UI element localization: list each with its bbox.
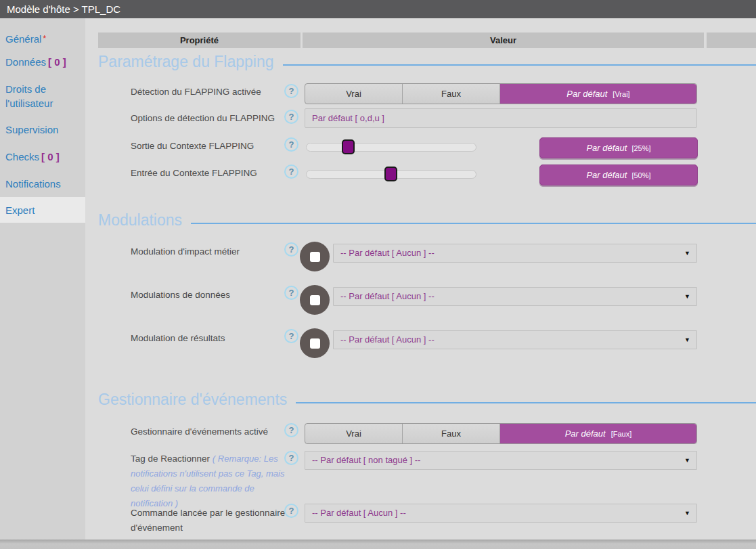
field-label-data-modulation: Modulations de données — [131, 288, 292, 303]
default-button-value: [Faux] — [611, 430, 632, 438]
event-handler-enabled-tristate: Vrai Faux Par défaut [Faux] — [305, 423, 697, 444]
sidebar-item-droits-utilisateur[interactable]: Droits de l'utilisateur — [5, 82, 85, 110]
sidebar-item-label: Notifications — [5, 178, 61, 190]
stop-square-icon — [310, 295, 320, 305]
default-button-value: [Vrai] — [613, 90, 629, 98]
help-icon[interactable]: ? — [284, 504, 298, 518]
help-icon[interactable]: ? — [284, 329, 298, 343]
results-modulation-select[interactable]: -- Par défaut [ Aucun ] -- ▼ — [333, 330, 697, 349]
default-button-value: [50%] — [631, 171, 650, 179]
field-label-impact-modulation: Modulation d'impact métier — [131, 244, 292, 259]
sidebar-item-label: Checks — [5, 151, 39, 162]
sidebar-item-checks[interactable]: Checks[ 0 ] — [5, 150, 85, 164]
field-label-flapping-exit: Sortie du Contexte FLAPPING — [131, 139, 292, 154]
column-header-property: Propriété — [98, 32, 301, 48]
breadcrumb: Modèle d'hôte > TPL_DC — [0, 0, 756, 18]
section-rule — [296, 402, 756, 403]
chevron-down-icon: ▼ — [684, 288, 690, 305]
flapping-detection-tristate: Vrai Faux Par défaut [Vrai] — [305, 83, 697, 104]
help-icon[interactable]: ? — [284, 242, 298, 257]
sidebar-item-supervision[interactable]: Supervision — [5, 123, 85, 137]
flapping-exit-slider[interactable] — [306, 143, 476, 152]
field-label-results-modulation: Modulation de résultats — [131, 331, 292, 346]
column-header-value: Valeur — [303, 32, 704, 48]
field-label-flapping-options: Options de détection du FLAPPING — [131, 111, 292, 126]
sidebar-item-general[interactable]: Général* — [5, 32, 85, 46]
help-icon[interactable]: ? — [284, 110, 298, 124]
sidebar: Général* Données[ 0 ] Droits de l'utilis… — [0, 18, 85, 540]
sidebar-item-label: Droits de l'utilisateur — [5, 83, 53, 109]
flapping-exit-default-button[interactable]: Par défaut [25%] — [539, 137, 698, 158]
sidebar-item-donnees[interactable]: Données[ 0 ] — [5, 55, 85, 69]
flapping-options-input[interactable] — [305, 108, 697, 128]
default-button-value: [25%] — [631, 144, 650, 152]
slider-handle[interactable] — [384, 167, 397, 181]
event-handler-command-select[interactable]: -- Par défaut [ Aucun ] -- ▼ — [305, 504, 697, 523]
chevron-down-icon: ▼ — [684, 331, 690, 349]
section-title-flapping: Paramétrage du Flapping — [98, 53, 756, 71]
flapping-detection-true-button[interactable]: Vrai — [305, 84, 403, 104]
slider-handle[interactable] — [342, 139, 355, 154]
help-icon[interactable]: ? — [284, 137, 298, 152]
section-title-modulations: Modulations — [98, 211, 756, 229]
event-handler-true-button[interactable]: Vrai — [305, 424, 403, 443]
data-modulation-clear-button[interactable] — [300, 285, 330, 315]
field-label-reactionner-tag: Tag de Reactionner ( Remarque: Les notif… — [131, 452, 292, 511]
sidebar-item-expert[interactable]: Expert — [5, 203, 85, 217]
flapping-entry-slider[interactable] — [306, 170, 476, 179]
count-badge: [ 0 ] — [41, 151, 60, 162]
required-asterisk: * — [43, 34, 46, 43]
field-label-text: Tag de Reactionner — [131, 454, 213, 464]
default-button-label: Par défaut — [566, 89, 607, 99]
section-title-text: Paramétrage du Flapping — [98, 53, 274, 71]
flapping-detection-false-button[interactable]: Faux — [403, 84, 500, 104]
field-label-flapping-detection: Détection du FLAPPING activée — [131, 85, 292, 100]
section-rule — [191, 223, 756, 224]
section-title-event-handler: Gestionnaire d'événements — [98, 391, 756, 409]
impact-modulation-select[interactable]: -- Par défaut [ Aucun ] -- ▼ — [333, 244, 697, 263]
stop-square-icon — [310, 338, 320, 349]
select-value: -- Par défaut [ Aucun ] -- — [340, 291, 435, 301]
select-value: -- Par défaut [ Aucun ] -- — [340, 248, 435, 258]
select-value: -- Par défaut [ Aucun ] -- — [312, 508, 406, 518]
results-modulation-clear-button[interactable] — [300, 328, 330, 358]
chevron-down-icon: ▼ — [684, 504, 690, 522]
help-icon[interactable]: ? — [284, 286, 298, 300]
select-value: -- Par défaut [ Aucun ] -- — [340, 334, 435, 345]
default-button-label: Par défaut — [565, 429, 606, 439]
sidebar-item-label: Données — [5, 56, 46, 68]
event-handler-false-button[interactable]: Faux — [403, 424, 500, 443]
bottom-edge-shadow — [0, 540, 756, 549]
flapping-entry-default-button[interactable]: Par défaut [50%] — [539, 164, 698, 185]
section-title-text: Modulations — [98, 211, 182, 229]
default-button-label: Par défaut — [586, 170, 627, 180]
help-icon[interactable]: ? — [284, 423, 298, 437]
column-header-extra — [707, 32, 756, 48]
sidebar-item-label: Général — [5, 33, 41, 45]
section-title-text: Gestionnaire d'événements — [98, 391, 287, 409]
chevron-down-icon: ▼ — [684, 452, 690, 469]
section-rule — [283, 64, 756, 66]
impact-modulation-clear-button[interactable] — [300, 242, 330, 271]
flapping-detection-default-button[interactable]: Par défaut [Vrai] — [500, 84, 696, 104]
reactionner-tag-select[interactable]: -- Par défaut [ non tagué ] -- ▼ — [305, 451, 697, 470]
field-label-event-handler-command: Commande lancée par le gestionnaire d'év… — [131, 506, 292, 535]
chevron-down-icon: ▼ — [684, 244, 690, 262]
select-value: -- Par défaut [ non tagué ] -- — [312, 455, 420, 465]
sidebar-item-label: Expert — [5, 204, 35, 216]
sidebar-item-notifications[interactable]: Notifications — [5, 177, 85, 191]
field-label-flapping-entry: Entrée du Contexte FLAPPING — [131, 166, 292, 181]
default-button-label: Par défaut — [586, 143, 627, 153]
data-modulation-select[interactable]: -- Par défaut [ Aucun ] -- ▼ — [333, 287, 697, 306]
stop-square-icon — [310, 252, 320, 262]
count-badge: [ 0 ] — [48, 56, 66, 68]
help-icon[interactable]: ? — [284, 164, 298, 179]
event-handler-default-button[interactable]: Par défaut [Faux] — [500, 424, 696, 443]
field-label-event-handler-enabled: Gestionnaire d'événements activé — [131, 424, 292, 439]
help-icon[interactable]: ? — [284, 84, 298, 98]
sidebar-item-label: Supervision — [5, 124, 58, 135]
help-icon[interactable]: ? — [284, 451, 298, 465]
